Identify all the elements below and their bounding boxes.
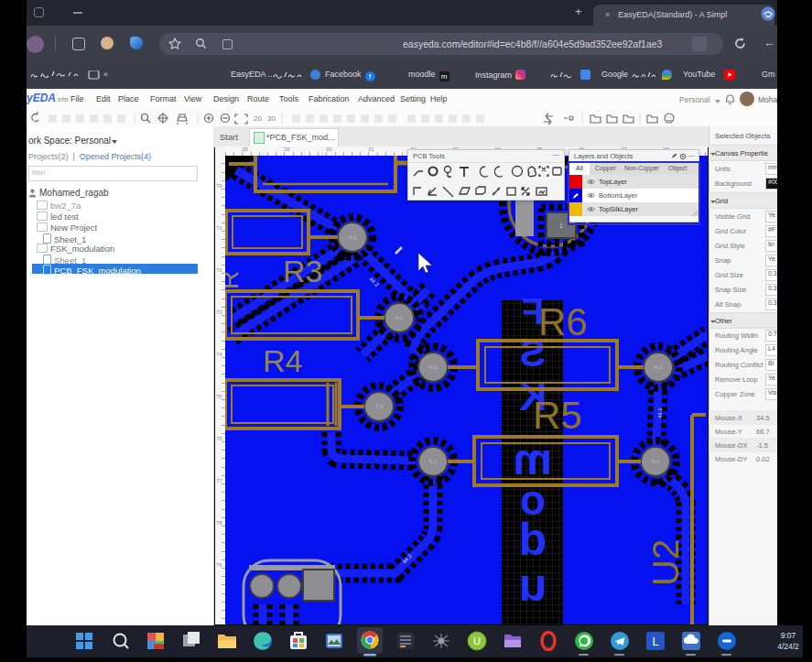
svg-text:4-2: 4-2 [349,234,357,240]
svg-text:u: u [519,559,547,611]
svg-text:U: U [473,635,481,646]
svg-text:R4: R4 [263,343,302,378]
svg-text:20: 20 [254,114,262,123]
svg-text:4-2: 4-2 [395,315,404,320]
svg-text:6-2: 6-2 [655,364,663,370]
svg-text:d: d [519,514,547,565]
svg-text:30: 30 [267,114,276,123]
svg-text:9:07: 9:07 [781,631,796,640]
svg-text:5-2: 5-2 [652,459,660,464]
svg-text:R5: R5 [533,394,582,437]
svg-text:R3: R3 [283,254,322,288]
svg-text:R: R [225,271,244,289]
svg-text:7-2: 7-2 [375,404,384,409]
svg-text:L: L [652,635,658,648]
svg-text:6-1: 6-1 [429,364,438,370]
svg-text:R6: R6 [538,300,588,343]
svg-text:5-1: 5-1 [429,459,438,464]
svg-text:U2: U2 [645,539,686,586]
svg-text:44.2: 44.2 [657,407,663,418]
svg-text:1: 1 [559,222,563,229]
svg-text:4/24/2: 4/24/2 [777,642,799,651]
